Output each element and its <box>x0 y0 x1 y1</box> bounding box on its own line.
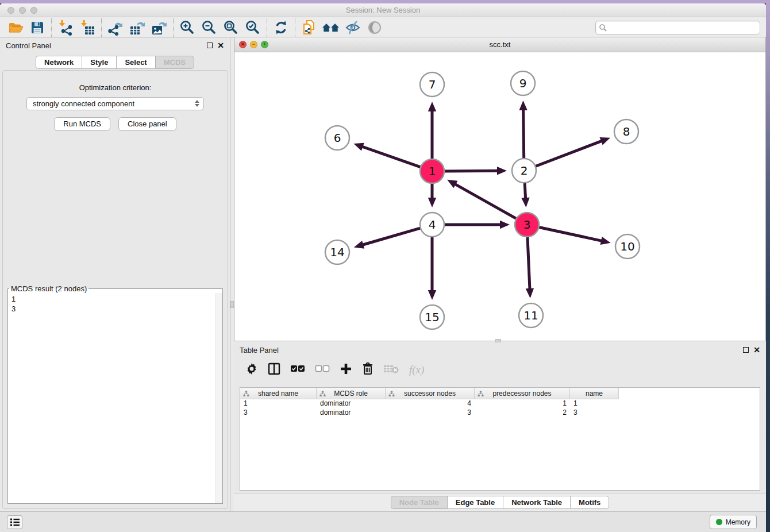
cell-successor-nodes[interactable]: 3 <box>386 408 475 418</box>
toolbar-separator <box>267 18 267 37</box>
run-mcds-button[interactable]: Run MCDS <box>54 117 110 131</box>
toolbar-separator <box>173 18 174 37</box>
criterion-value: strongly connected component <box>33 99 134 108</box>
app-titlebar[interactable]: Session: New Session <box>0 3 766 17</box>
save-session-icon[interactable] <box>26 18 48 37</box>
memory-status-icon <box>716 519 722 525</box>
refresh-layout-icon[interactable] <box>270 18 292 37</box>
cell-mcds-role[interactable]: dominator <box>317 408 386 418</box>
close-panel-button[interactable]: Close panel <box>118 117 176 131</box>
import-network-icon[interactable] <box>55 18 76 37</box>
minimize-icon[interactable]: − <box>250 41 257 48</box>
network-canvas[interactable]: 7968124314101511 <box>234 52 765 341</box>
gear-icon[interactable] <box>245 363 258 377</box>
cell-successor-nodes[interactable]: 4 <box>386 399 475 408</box>
import-table-icon[interactable] <box>76 18 98 37</box>
close-panel-icon[interactable]: ✕ <box>217 43 224 48</box>
column-header-mcds-role[interactable]: MCDS role <box>317 388 386 399</box>
mcds-scrollbar[interactable] <box>215 293 222 503</box>
cell-shared-name[interactable]: 3 <box>240 408 317 418</box>
float-table-panel-icon[interactable] <box>743 347 749 353</box>
zoom-fit-icon[interactable] <box>220 18 242 37</box>
delete-table-icon[interactable] <box>383 363 399 377</box>
column-header-name[interactable]: name <box>570 388 619 399</box>
vertical-splitter-handle[interactable] <box>230 301 234 308</box>
tab-network-table[interactable]: Network Table <box>503 496 570 509</box>
eye-disabled-icon[interactable] <box>364 18 386 37</box>
cell-mcds-role[interactable]: dominator <box>317 399 386 408</box>
zoom-selected-icon[interactable] <box>242 18 264 37</box>
graph-edge[interactable] <box>538 227 603 241</box>
graph-edge[interactable] <box>534 140 603 167</box>
node-table-header: shared name MCDS role successor nodes pr… <box>240 388 760 399</box>
mcds-result-list[interactable]: 1 3 <box>8 293 222 315</box>
function-builder-icon[interactable]: f(x) <box>409 364 424 376</box>
graph-edge[interactable] <box>525 182 526 200</box>
graph-edge[interactable] <box>523 108 524 160</box>
export-network-icon[interactable] <box>105 18 126 37</box>
graph-node-label: 8 <box>623 125 630 138</box>
export-image-icon[interactable] <box>148 18 170 37</box>
list-icon <box>9 517 21 527</box>
graph-edge-arrowhead <box>353 143 364 151</box>
tab-style[interactable]: Style <box>82 56 116 69</box>
tab-motifs[interactable]: Motifs <box>570 496 609 509</box>
cell-predecessor-nodes[interactable]: 2 <box>475 408 570 418</box>
toolbar-separator <box>51 18 52 37</box>
cell-name[interactable]: 1 <box>570 399 619 408</box>
open-session-icon[interactable] <box>5 18 26 37</box>
delete-icon[interactable] <box>362 362 374 378</box>
deselect-all-icon[interactable] <box>315 365 330 375</box>
tab-select[interactable]: Select <box>116 56 155 69</box>
criterion-select[interactable]: strongly connected component <box>26 97 204 110</box>
graph-edge[interactable] <box>361 146 422 167</box>
control-panel-tabs: Network Style Select MCDS <box>0 56 230 69</box>
graph-node-label: 6 <box>334 131 341 145</box>
mcds-tab-content: Optimization criterion: strongly connect… <box>2 70 228 509</box>
memory-button[interactable]: Memory <box>710 515 757 529</box>
table-row[interactable]: 3 dominator 3 2 3 <box>240 408 760 418</box>
zoom-in-icon[interactable] <box>176 18 198 37</box>
cell-predecessor-nodes[interactable]: 1 <box>475 399 570 408</box>
column-header-shared-name[interactable]: shared name <box>240 388 317 399</box>
graph-edge-arrowhead <box>500 221 510 229</box>
table-tabs-bar: Node Table Edge Table Network Table Moti… <box>234 493 766 511</box>
tab-network[interactable]: Network <box>36 56 82 69</box>
columns-icon[interactable] <box>268 363 280 377</box>
export-table-icon[interactable] <box>126 18 148 37</box>
float-panel-icon[interactable] <box>207 43 213 48</box>
add-icon[interactable] <box>340 363 352 377</box>
column-header-predecessor-nodes[interactable]: predecessor nodes <box>475 388 570 399</box>
network-view-titlebar[interactable]: ✕ − + scc.txt <box>234 37 765 52</box>
graph-edge[interactable] <box>528 236 530 291</box>
zoom-out-icon[interactable] <box>198 18 220 37</box>
cell-name[interactable]: 3 <box>570 408 619 418</box>
search-input[interactable] <box>595 21 760 34</box>
table-panel-title: Table Panel <box>240 346 279 354</box>
cell-shared-name[interactable]: 1 <box>240 399 317 408</box>
zoom-icon[interactable]: + <box>261 41 268 48</box>
graph-edge[interactable] <box>361 228 421 245</box>
network-graph[interactable]: 7968124314101511 <box>234 52 765 341</box>
graph-node-label: 2 <box>521 164 528 178</box>
graph-edge-arrowhead <box>497 167 507 175</box>
select-all-icon[interactable] <box>290 365 305 375</box>
first-neighbors-icon[interactable] <box>320 18 342 37</box>
close-table-panel-icon[interactable]: ✕ <box>753 347 760 353</box>
tab-edge-table[interactable]: Edge Table <box>447 496 503 509</box>
graph-edge-arrowhead <box>526 288 534 298</box>
graph-edge[interactable] <box>453 183 517 219</box>
graph-node-label: 4 <box>429 218 436 232</box>
close-icon[interactable]: ✕ <box>239 41 247 48</box>
column-header-successor-nodes[interactable]: successor nodes <box>386 388 475 399</box>
hide-selected-icon[interactable] <box>342 18 364 37</box>
table-row[interactable]: 1 dominator 4 1 1 <box>240 399 760 408</box>
tab-mcds[interactable]: MCDS <box>155 56 194 69</box>
status-bar: Memory <box>0 511 766 532</box>
hierarchy-icon <box>388 391 395 399</box>
show-panels-button[interactable] <box>7 515 22 529</box>
clone-network-icon[interactable] <box>298 18 320 37</box>
tab-node-table[interactable]: Node Table <box>391 496 447 509</box>
graph-edge[interactable] <box>443 171 499 171</box>
mcds-result-title: MCDS result (2 nodes) <box>9 284 88 293</box>
